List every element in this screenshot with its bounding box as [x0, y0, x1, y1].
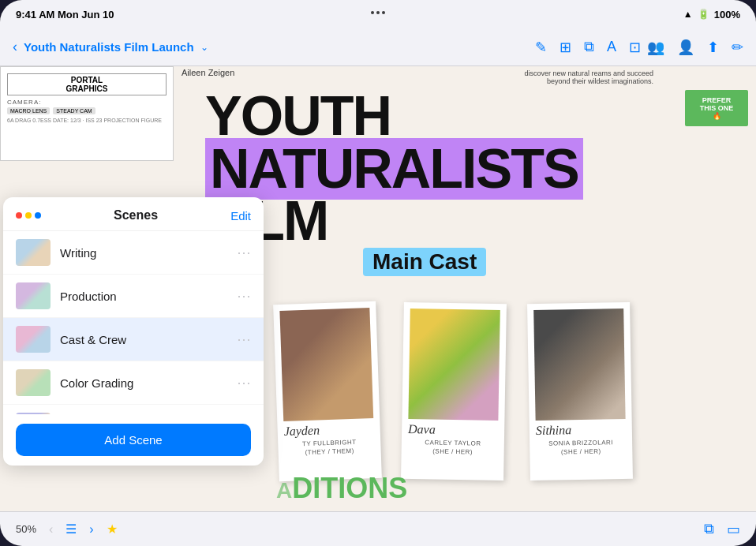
bottom-text-main: DITIONS [292, 472, 407, 504]
bottom-text-prefix: A [276, 478, 292, 503]
share-people-icon[interactable]: 👥 [647, 39, 664, 56]
scene-thumb-production [16, 282, 51, 309]
zoom-level: 50% [16, 523, 36, 535]
cast-script-name-3: Sithina [536, 422, 626, 438]
battery-percent: 100% [714, 9, 740, 21]
cast-full-name-1: TY FULLBRIGHT (THEY / THEM) [284, 437, 375, 458]
layers-icon[interactable]: ⧉ [584, 39, 594, 55]
scene-item-production[interactable]: Production ⋯ [3, 275, 264, 318]
polaroid-carley: Dava CARLEY TAYLOR (SHE / HER) [401, 302, 507, 481]
scene-item-writing[interactable]: Writing ⋯ [3, 231, 264, 275]
scene-name-cast: Cast & Crew [60, 333, 237, 346]
lens-macro: MACRO LENS [7, 107, 50, 114]
canvas-description: discover new natural reams and succeed b… [524, 69, 653, 85]
star-icon[interactable]: ★ [107, 522, 118, 537]
card-extra-info: 6A DRAG 0.7ESS DATE: 12/3 · ISS 23 PROJE… [7, 118, 167, 123]
dot-yellow [25, 212, 32, 219]
add-scene-button[interactable]: Add Scene [16, 424, 251, 456]
status-bar-left: 9:41 AM Mon Jun 10 [16, 9, 114, 21]
person-plus-icon[interactable]: 👤 [677, 39, 694, 56]
next-page-button[interactable]: › [89, 522, 93, 537]
title-chevron-icon[interactable]: ⌄ [200, 42, 208, 53]
scene-list: Writing ⋯ Production ⋯ Cast & Crew ⋯ [3, 231, 264, 414]
scene-name-color: Color Grading [60, 376, 237, 390]
bottom-bar-right: ⧉ ▭ [704, 521, 740, 538]
sidebar-dots [16, 212, 41, 219]
cast-full-name-3: SONIA BRIZZOLARI (SHE / HER) [536, 438, 626, 457]
scene-thumb-writing [16, 239, 51, 266]
pencil-circle-icon[interactable]: ✎ [535, 39, 547, 56]
scene-item-color[interactable]: Color Grading ⋯ [3, 361, 264, 405]
sticky-note: PREFER THIS ONE 🔥 [685, 90, 748, 126]
lens-steady: STEADY CAM [53, 107, 95, 114]
scene-thumb-marketing [16, 413, 51, 414]
status-three-dots [371, 11, 385, 14]
sidebar-edit-button[interactable]: Edit [230, 209, 251, 223]
back-button[interactable]: ‹ [13, 39, 17, 55]
polaroid-container: Jayden TY FULLBRIGHT (THEY / THEM) Dava … [276, 303, 631, 480]
camera-items: MACRO LENS STEADY CAM [7, 107, 167, 114]
title-line3: FILM [205, 195, 677, 248]
arrange-icon[interactable]: ⧉ [704, 521, 714, 538]
cast-script-name-1: Jayden [283, 421, 374, 439]
sidebar-panel: Scenes Edit Writing ⋯ Production ⋯ [3, 197, 264, 466]
dot-red [16, 212, 22, 219]
scene-more-color[interactable]: ⋯ [237, 374, 251, 391]
bottom-text: ADITIONS [276, 472, 407, 505]
present-icon[interactable]: ▭ [727, 521, 740, 538]
camera-label: CAMERA: [7, 99, 167, 106]
canvas-main-title: YOUTH NATURALISTS FILM [205, 90, 677, 248]
toolbar-left: ‹ Youth Naturalists Film Launch ⌄ [13, 39, 529, 55]
toolbar-right: 👥 👤 ⬆ ✏ [647, 39, 743, 56]
portal-graphics-card: PORTAL GRAPHICS CAMERA: MACRO LENS STEAD… [0, 66, 174, 161]
cast-script-name-2: Dava [408, 422, 498, 438]
prev-page-button[interactable]: ‹ [49, 522, 53, 537]
portal-graphics-title: PORTAL GRAPHICS [7, 73, 167, 95]
cast-full-name-2: CARLEY TAYLOR (SHE / HER) [408, 438, 498, 457]
toolbar: ‹ Youth Naturalists Film Launch ⌄ ✎ ⊞ ⧉ … [0, 28, 756, 66]
image-icon[interactable]: ⊡ [629, 39, 641, 56]
list-view-icon[interactable]: ☰ [65, 522, 77, 537]
status-bar-right: ▲ 🔋 100% [683, 9, 740, 21]
document-title: Youth Naturalists Film Launch [24, 40, 194, 54]
scene-name-writing: Writing [60, 246, 237, 260]
layout-icon[interactable]: ⊞ [560, 39, 571, 56]
ipad-frame: 9:41 AM Mon Jun 10 ▲ 🔋 100% ‹ Youth Natu… [0, 0, 756, 546]
dot-1 [371, 11, 374, 14]
sidebar-header: Scenes Edit [3, 197, 264, 231]
main-cast-label: Main Cast [363, 248, 486, 276]
scene-more-writing[interactable]: ⋯ [237, 244, 251, 261]
scene-thumb-cast [16, 326, 51, 353]
title-line2: NATURALISTS [205, 143, 677, 196]
polaroid-ty: Jayden TY FULLBRIGHT (THEY / THEM) [273, 301, 382, 481]
text-icon[interactable]: A [607, 39, 616, 55]
dot-2 [376, 11, 380, 14]
status-bar: 9:41 AM Mon Jun 10 ▲ 🔋 100% [0, 0, 756, 28]
sticky-note-text: PREFER THIS ONE 🔥 [700, 96, 734, 120]
battery-icon: 🔋 [698, 9, 709, 20]
author-name: Aileen Zeigen [182, 68, 234, 77]
photo-sonia [533, 309, 625, 421]
scene-name-production: Production [60, 290, 237, 303]
scene-item-cast[interactable]: Cast & Crew ⋯ [3, 318, 264, 361]
main-canvas: PORTAL GRAPHICS CAMERA: MACRO LENS STEAD… [0, 66, 756, 511]
title-line1: YOUTH [205, 90, 677, 143]
sidebar-title: Scenes [114, 208, 158, 223]
scene-thumb-color [16, 369, 51, 396]
scene-more-cast[interactable]: ⋯ [237, 331, 251, 348]
scene-more-production[interactable]: ⋯ [237, 287, 251, 305]
dot-blue [35, 212, 41, 219]
pencil-edit-icon[interactable]: ✏ [732, 39, 743, 56]
share-icon[interactable]: ⬆ [707, 39, 719, 56]
scene-item-marketing[interactable]: Marketing ⋯ [3, 405, 264, 414]
status-time: 9:41 AM Mon Jun 10 [16, 9, 114, 21]
bottom-bar: 50% ‹ ☰ › ★ ⧉ ▭ [0, 511, 756, 546]
toolbar-center: ✎ ⊞ ⧉ A ⊡ [535, 39, 641, 56]
wifi-icon: ▲ [683, 9, 693, 20]
dot-3 [382, 11, 385, 14]
photo-carley [408, 309, 500, 421]
photo-ty [279, 308, 373, 421]
polaroid-sonia: Sithina SONIA BRIZZOLARI (SHE / HER) [527, 302, 633, 481]
